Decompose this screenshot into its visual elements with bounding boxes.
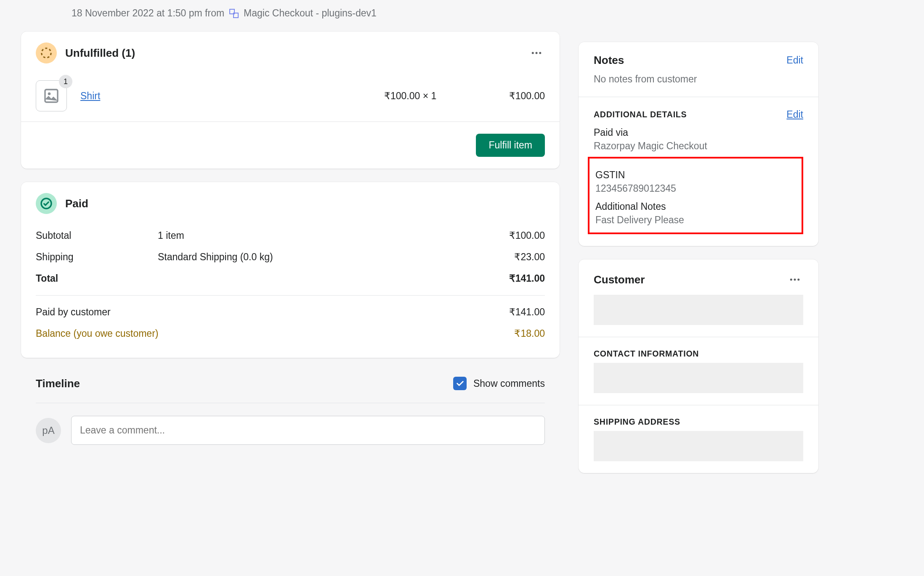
show-comments-label: Show comments [473,378,545,389]
order-timestamp: 18 November 2022 at 1:50 pm from [72,8,224,19]
notes-title: Notes [594,54,624,67]
summary-row-shipping: Shipping Standard Shipping (0.0 kg) ₹23.… [36,246,545,268]
order-meta: 18 November 2022 at 1:50 pm from Magic C… [21,0,903,32]
payment-card: Paid Subtotal 1 item ₹100.00 Shipping St… [21,182,560,358]
product-link[interactable]: Shirt [80,90,100,101]
product-thumbnail: 1 [36,80,67,111]
detail-additional-notes: Additional Notes Fast Delivery Please [595,201,797,226]
fulfillment-title: Unfulfilled (1) [65,47,135,60]
details-edit-link[interactable]: Edit [786,109,803,120]
order-source-app: Magic Checkout - plugins-dev1 [244,8,377,19]
summary-row-balance: Balance (you owe customer) ₹18.00 [36,323,545,344]
summary-row-total: Total ₹141.00 [36,268,545,289]
customer-card: Customer CONTACT INFORMATION SHIPPING AD… [579,259,818,473]
svg-point-9 [797,279,799,281]
fulfillment-more-button[interactable] [528,45,545,61]
comment-input[interactable] [71,416,545,445]
show-comments-checkbox[interactable] [453,377,467,390]
timeline-section: Timeline Show comments pA [21,358,560,445]
shipping-placeholder [594,431,803,461]
notes-edit-link[interactable]: Edit [786,55,803,66]
customer-title: Customer [594,273,645,286]
shipping-address-title: SHIPPING ADDRESS [594,417,803,427]
highlighted-details: GSTIN 123456789012345 Additional Notes F… [588,157,803,234]
line-item-qty: ₹100.00 × 1 [384,90,468,102]
svg-point-1 [532,52,534,54]
fulfillment-card: Unfulfilled (1) 1 Shirt ₹100.00 × 1 ₹100… [21,32,560,169]
line-item-count: 1 [59,75,72,88]
payment-title: Paid [65,197,88,210]
contact-placeholder [594,363,803,393]
notes-empty-text: No notes from customer [594,74,803,85]
svg-point-2 [536,52,538,54]
notes-card: Notes Edit No notes from customer ADDITI… [579,42,818,246]
fulfill-item-button[interactable]: Fulfill item [476,134,545,157]
paid-badge-icon [36,193,57,214]
summary-row-paid: Paid by customer ₹141.00 [36,301,545,323]
detail-gstin: GSTIN 123456789012345 [595,169,797,194]
timeline-title: Timeline [36,377,80,390]
svg-point-7 [790,279,792,281]
customer-more-button[interactable] [786,271,803,288]
contact-info-title: CONTACT INFORMATION [594,349,803,359]
unfulfilled-badge-icon [36,42,57,63]
line-item: 1 Shirt ₹100.00 × 1 ₹100.00 [21,70,560,122]
avatar: pA [36,418,61,443]
additional-details-title: ADDITIONAL DETAILS [594,110,687,119]
customer-placeholder [594,295,803,325]
svg-point-8 [794,279,796,281]
svg-point-0 [42,48,51,58]
svg-point-5 [48,92,51,95]
app-icon [229,9,239,18]
detail-paid-via: Paid via Razorpay Magic Checkout [594,127,803,152]
svg-point-3 [539,52,541,54]
summary-row-subtotal: Subtotal 1 item ₹100.00 [36,225,545,246]
line-item-price: ₹100.00 [482,90,545,102]
